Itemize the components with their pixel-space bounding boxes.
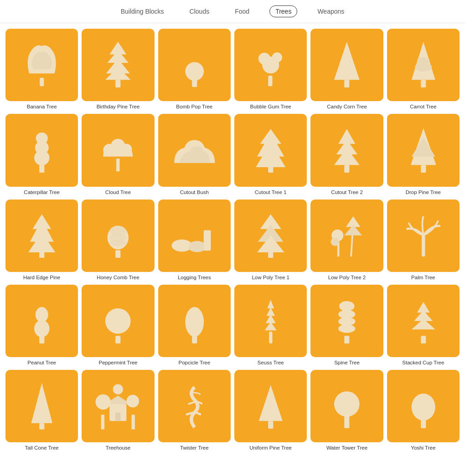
- tree-item-logging-trees[interactable]: Logging Trees: [158, 200, 231, 281]
- svg-point-92: [411, 394, 435, 420]
- svg-marker-30: [334, 148, 360, 165]
- tree-label: Stacked Cup Tree: [402, 359, 444, 366]
- svg-point-62: [185, 307, 204, 337]
- tree-label: Bubble Gum Tree: [250, 103, 291, 110]
- tree-item-banana-tree[interactable]: Banana Tree: [5, 29, 78, 110]
- svg-point-7: [185, 62, 204, 81]
- tree-label: Water Tower Tree: [326, 445, 367, 451]
- tree-label: Treehouse: [106, 445, 131, 451]
- tree-label: Low Poly Tree 1: [252, 274, 289, 281]
- svg-rect-63: [269, 332, 272, 343]
- tree-item-hard-edge-pine[interactable]: Hard Edge Pine: [5, 200, 78, 281]
- tree-thumbnail: [82, 285, 154, 357]
- svg-rect-27: [344, 165, 349, 173]
- tree-label: Banana Tree: [27, 103, 57, 110]
- tree-item-twister-tree[interactable]: Twister Tree: [158, 370, 231, 451]
- tree-thumbnail: [234, 114, 307, 186]
- tree-thumbnail: [158, 29, 231, 101]
- svg-point-86: [113, 384, 123, 394]
- svg-rect-18: [39, 165, 44, 173]
- svg-point-21: [36, 133, 48, 144]
- tree-label: Low Poly Tree 2: [328, 274, 366, 281]
- svg-point-17: [417, 57, 429, 64]
- svg-rect-14: [421, 80, 426, 87]
- tree-thumbnail: [234, 29, 307, 101]
- svg-marker-64: [267, 300, 274, 308]
- tree-thumbnail: [310, 370, 383, 442]
- main-nav: Building BlocksCloudsFoodTreesWeapons: [0, 0, 465, 23]
- tree-thumbnail: [82, 200, 154, 272]
- tree-grid: Banana TreeBirthday Pine TreeBomb Pop Tr…: [0, 23, 465, 457]
- nav-item-food[interactable]: Food: [229, 6, 255, 17]
- svg-rect-55: [422, 235, 425, 256]
- tree-thumbnail: [387, 114, 460, 186]
- tree-label: Logging Trees: [178, 274, 211, 281]
- tree-thumbnail: [387, 370, 460, 442]
- svg-point-10: [258, 53, 270, 65]
- svg-point-11: [272, 52, 282, 62]
- tree-item-candy-corn-tree[interactable]: Candy Corn Tree: [310, 29, 383, 110]
- tree-item-water-tower-tree[interactable]: Water Tower Tree: [310, 370, 383, 451]
- svg-rect-36: [115, 251, 120, 258]
- svg-point-25: [111, 139, 125, 154]
- tree-label: Drop Pine Tree: [406, 189, 441, 196]
- tree-item-low-poly-tree-1[interactable]: Low Poly Tree 1: [234, 200, 307, 281]
- tree-item-cutout-tree-2[interactable]: Cutout Tree 2: [310, 114, 383, 195]
- tree-item-seuss-tree[interactable]: Seuss Tree: [234, 285, 307, 366]
- tree-item-peanut-tree[interactable]: Peanut Tree: [5, 285, 78, 366]
- tree-item-carrot-tree[interactable]: Carrot Tree: [387, 29, 460, 110]
- svg-rect-8: [268, 76, 272, 86]
- svg-marker-35: [28, 215, 55, 253]
- svg-rect-59: [115, 336, 120, 343]
- tree-item-yoshi-tree[interactable]: Yoshi Tree: [387, 370, 460, 451]
- tree-label: Cutout Tree 2: [331, 189, 363, 196]
- svg-point-85: [127, 395, 140, 408]
- tree-item-cloud-tree[interactable]: Cloud Tree: [82, 114, 154, 195]
- tree-thumbnail: [5, 200, 78, 272]
- tree-item-birthday-pine-tree[interactable]: Birthday Pine Tree: [82, 29, 154, 110]
- tree-item-treehouse[interactable]: Treehouse: [82, 370, 154, 451]
- nav-item-building-blocks[interactable]: Building Blocks: [115, 6, 170, 17]
- tree-label: Cutout Tree 1: [255, 189, 287, 196]
- tree-label: Peppermint Tree: [98, 359, 137, 366]
- tree-thumbnail: [310, 29, 383, 101]
- svg-point-90: [334, 391, 360, 417]
- svg-point-58: [36, 307, 48, 322]
- tree-thumbnail: [5, 114, 78, 186]
- tree-label: Bomb Pop Tree: [176, 103, 212, 110]
- tree-item-drop-pine-tree[interactable]: Drop Pine Tree: [387, 114, 460, 195]
- nav-item-clouds[interactable]: Clouds: [184, 6, 215, 17]
- tree-item-honey-comb-tree[interactable]: Honey Comb Tree: [82, 200, 154, 281]
- tree-label: Caterpillar Tree: [24, 189, 60, 196]
- tree-thumbnail: [158, 114, 231, 186]
- tree-item-popcicle-tree[interactable]: Popcicle Tree: [158, 285, 231, 366]
- tree-label: Honey Comb Tree: [97, 274, 139, 281]
- nav-item-trees[interactable]: Trees: [269, 5, 297, 17]
- tree-item-tall-cone-tree[interactable]: Tall Cone Tree: [5, 370, 78, 451]
- tree-item-stacked-cup-tree[interactable]: Stacked Cup Tree: [387, 285, 460, 366]
- tree-item-palm-tree[interactable]: Palm Tree: [387, 200, 460, 281]
- tree-item-bubble-gum-tree[interactable]: Bubble Gum Tree: [234, 29, 307, 110]
- svg-rect-1: [115, 80, 120, 87]
- nav-item-weapons[interactable]: Weapons: [312, 6, 350, 17]
- svg-rect-83: [132, 415, 135, 430]
- svg-rect-77: [39, 423, 44, 430]
- tree-thumbnail: [82, 370, 154, 442]
- tree-item-spine-tree[interactable]: Spine Tree: [310, 285, 383, 366]
- tree-item-bomb-pop-tree[interactable]: Bomb Pop Tree: [158, 29, 231, 110]
- svg-point-60: [105, 308, 131, 334]
- tree-item-peppermint-tree[interactable]: Peppermint Tree: [82, 285, 154, 366]
- svg-rect-87: [268, 421, 273, 429]
- tree-label: Candy Corn Tree: [327, 103, 367, 110]
- tree-item-cutout-bush[interactable]: Cutout Bush: [158, 114, 231, 195]
- tree-item-cutout-tree-1[interactable]: Cutout Tree 1: [234, 114, 307, 195]
- tree-item-caterpillar-tree[interactable]: Caterpillar Tree: [5, 114, 78, 195]
- tree-thumbnail: [310, 285, 383, 357]
- tree-label: Uniform Pine Tree: [249, 445, 292, 451]
- tree-thumbnail: [310, 200, 383, 272]
- tree-item-low-poly-tree-2[interactable]: Low Poly Tree 2: [310, 200, 383, 281]
- tree-label: Twister Tree: [180, 445, 209, 451]
- tree-item-uniform-pine-tree[interactable]: Uniform Pine Tree: [234, 370, 307, 451]
- svg-marker-78: [31, 383, 52, 423]
- tree-label: Tall Cone Tree: [25, 445, 59, 451]
